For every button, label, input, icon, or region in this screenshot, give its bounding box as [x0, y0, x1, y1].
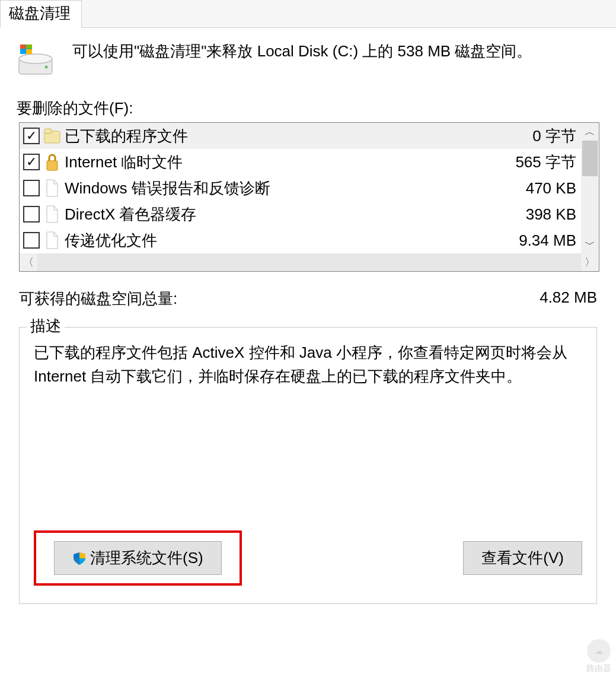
scroll-right-icon[interactable]: 〉 — [581, 255, 599, 269]
file-item-size: 0 字节 — [487, 126, 576, 147]
file-item-size: 470 KB — [487, 179, 576, 198]
vertical-scrollbar[interactable]: ︿ ﹀ — [581, 123, 599, 253]
description-group: 描述 已下载的程序文件包括 ActiveX 控件和 Java 小程序，你查看特定… — [19, 327, 597, 604]
uac-shield-icon — [72, 551, 87, 565]
scroll-down-icon[interactable]: ﹀ — [581, 236, 599, 253]
file-item-label: DirectX 着色器缓存 — [65, 204, 484, 225]
view-files-label: 查看文件(V) — [481, 548, 564, 568]
file-list[interactable]: ✓已下载的程序文件0 字节✓Internet 临时文件565 字节Windows… — [20, 123, 581, 253]
view-files-button[interactable]: 查看文件(V) — [463, 541, 582, 575]
scroll-thumb[interactable] — [582, 141, 598, 176]
file-item-label: 已下载的程序文件 — [65, 126, 484, 147]
svg-rect-9 — [44, 129, 52, 134]
list-item[interactable]: ✓Internet 临时文件565 字节 — [20, 149, 581, 175]
svg-point-7 — [45, 66, 48, 69]
description-button-row: 清理系统文件(S) 查看文件(V) — [34, 530, 582, 586]
list-item[interactable]: Windows 错误报告和反馈诊断470 KB — [20, 175, 581, 201]
folder-icon — [43, 125, 61, 147]
tab-strip: 磁盘清理 — [0, 0, 616, 28]
scroll-track[interactable] — [37, 253, 581, 271]
list-item[interactable]: 传递优化文件9.34 MB — [20, 227, 581, 253]
total-space-row: 可获得的磁盘空间总量: 4.82 MB — [19, 288, 597, 309]
file-item-size: 565 字节 — [487, 152, 576, 173]
clean-system-files-button[interactable]: 清理系统文件(S) — [54, 541, 222, 575]
clean-system-files-label: 清理系统文件(S) — [90, 548, 203, 568]
svg-rect-10 — [47, 161, 58, 170]
tab-disk-cleanup[interactable]: 磁盘清理 — [0, 0, 82, 28]
checkbox[interactable] — [23, 206, 40, 223]
checkbox[interactable]: ✓ — [23, 154, 40, 170]
file-item-label: Internet 临时文件 — [65, 152, 484, 173]
file-list-box: ✓已下载的程序文件0 字节✓Internet 临时文件565 字节Windows… — [19, 122, 599, 272]
disk-drive-icon — [17, 42, 55, 80]
file-icon — [43, 230, 61, 251]
lock-icon — [43, 151, 61, 173]
file-item-label: Windows 错误报告和反馈诊断 — [65, 178, 484, 199]
scroll-up-icon[interactable]: ︿ — [581, 123, 599, 141]
list-item[interactable]: DirectX 着色器缓存398 KB — [20, 201, 581, 227]
intro-text: 可以使用"磁盘清理"来释放 Local Disk (C:) 上的 538 MB … — [72, 40, 532, 63]
svg-rect-4 — [26, 45, 32, 49]
checkbox[interactable]: ✓ — [23, 128, 40, 144]
checkbox[interactable] — [23, 232, 40, 249]
scroll-left-icon[interactable]: 〈 — [20, 255, 37, 269]
file-item-size: 398 KB — [487, 205, 576, 224]
files-to-delete-label: 要删除的文件(F): — [17, 98, 599, 119]
intro-row: 可以使用"磁盘清理"来释放 Local Disk (C:) 上的 538 MB … — [17, 40, 599, 80]
checkbox[interactable] — [23, 180, 40, 196]
svg-rect-3 — [20, 45, 25, 49]
total-space-label: 可获得的磁盘空间总量: — [19, 288, 177, 309]
file-item-size: 9.34 MB — [487, 231, 576, 250]
highlight-annotation: 清理系统文件(S) — [34, 530, 242, 586]
total-space-value: 4.82 MB — [540, 288, 597, 309]
list-item[interactable]: ✓已下载的程序文件0 字节 — [20, 123, 581, 149]
svg-point-1 — [19, 54, 52, 63]
file-item-label: 传递优化文件 — [65, 230, 484, 251]
description-legend: 描述 — [27, 316, 65, 336]
file-icon — [43, 177, 61, 199]
svg-rect-5 — [20, 49, 25, 54]
svg-rect-6 — [26, 49, 32, 54]
description-text: 已下载的程序文件包括 ActiveX 控件和 Java 小程序，你查看特定网页时… — [34, 341, 582, 519]
horizontal-scrollbar[interactable]: 〈 〉 — [20, 253, 599, 271]
file-icon — [43, 204, 61, 225]
tab-label: 磁盘清理 — [9, 4, 71, 22]
